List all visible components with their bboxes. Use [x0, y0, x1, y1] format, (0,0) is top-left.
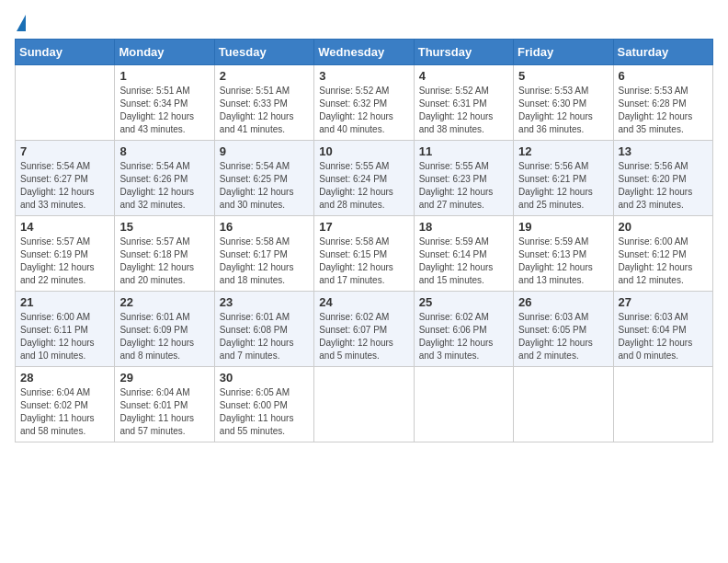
- day-cell-11: 11Sunrise: 5:55 AM Sunset: 6:23 PM Dayli…: [414, 141, 513, 216]
- day-info: Sunrise: 6:01 AM Sunset: 6:09 PM Dayligh…: [119, 311, 209, 362]
- day-cell-24: 24Sunrise: 6:02 AM Sunset: 6:07 PM Dayli…: [314, 292, 414, 367]
- day-cell-18: 18Sunrise: 5:59 AM Sunset: 6:14 PM Dayli…: [414, 216, 513, 292]
- day-cell-28: 28Sunrise: 6:04 AM Sunset: 6:02 PM Dayli…: [16, 367, 115, 442]
- day-cell-5: 5Sunrise: 5:53 AM Sunset: 6:30 PM Daylig…: [514, 65, 613, 141]
- calendar-header-row: SundayMondayTuesdayWednesdayThursdayFrid…: [16, 40, 713, 65]
- day-number: 4: [419, 69, 508, 83]
- day-info: Sunrise: 5:58 AM Sunset: 6:15 PM Dayligh…: [319, 236, 408, 287]
- day-number: 26: [518, 295, 608, 309]
- day-number: 16: [220, 220, 309, 234]
- empty-cell: [613, 367, 712, 442]
- day-number: 30: [220, 371, 309, 385]
- day-cell-6: 6Sunrise: 5:53 AM Sunset: 6:28 PM Daylig…: [613, 65, 712, 141]
- day-number: 27: [619, 295, 708, 309]
- day-number: 21: [20, 295, 109, 309]
- day-cell-10: 10Sunrise: 5:55 AM Sunset: 6:24 PM Dayli…: [314, 141, 414, 216]
- day-number: 28: [20, 371, 109, 385]
- day-number: 14: [20, 220, 109, 234]
- day-number: 20: [619, 220, 708, 234]
- day-cell-17: 17Sunrise: 5:58 AM Sunset: 6:15 PM Dayli…: [314, 216, 414, 292]
- week-row-4: 21Sunrise: 6:00 AM Sunset: 6:11 PM Dayli…: [16, 292, 713, 367]
- day-info: Sunrise: 5:59 AM Sunset: 6:14 PM Dayligh…: [419, 236, 508, 287]
- day-number: 6: [619, 69, 708, 83]
- day-cell-3: 3Sunrise: 5:52 AM Sunset: 6:32 PM Daylig…: [314, 65, 414, 141]
- day-number: 11: [419, 144, 508, 158]
- day-info: Sunrise: 5:59 AM Sunset: 6:13 PM Dayligh…: [518, 236, 608, 287]
- day-number: 3: [319, 69, 408, 83]
- day-cell-2: 2Sunrise: 5:51 AM Sunset: 6:33 PM Daylig…: [214, 65, 313, 141]
- empty-cell: [514, 367, 613, 442]
- day-info: Sunrise: 5:58 AM Sunset: 6:17 PM Dayligh…: [220, 236, 309, 287]
- day-cell-1: 1Sunrise: 5:51 AM Sunset: 6:34 PM Daylig…: [115, 65, 214, 141]
- day-info: Sunrise: 5:52 AM Sunset: 6:31 PM Dayligh…: [419, 85, 508, 136]
- day-number: 23: [220, 295, 309, 309]
- day-info: Sunrise: 6:00 AM Sunset: 6:11 PM Dayligh…: [20, 311, 109, 362]
- week-row-2: 7Sunrise: 5:54 AM Sunset: 6:27 PM Daylig…: [16, 141, 713, 216]
- day-cell-4: 4Sunrise: 5:52 AM Sunset: 6:31 PM Daylig…: [414, 65, 513, 141]
- empty-cell: [16, 65, 115, 141]
- logo: [15, 15, 26, 29]
- day-number: 1: [119, 69, 209, 83]
- logo-icon: [17, 15, 26, 31]
- day-cell-25: 25Sunrise: 6:02 AM Sunset: 6:06 PM Dayli…: [414, 292, 513, 367]
- day-info: Sunrise: 5:57 AM Sunset: 6:19 PM Dayligh…: [20, 236, 109, 287]
- day-info: Sunrise: 5:54 AM Sunset: 6:27 PM Dayligh…: [20, 160, 109, 212]
- day-info: Sunrise: 5:53 AM Sunset: 6:28 PM Dayligh…: [619, 85, 708, 136]
- day-cell-19: 19Sunrise: 5:59 AM Sunset: 6:13 PM Dayli…: [514, 216, 613, 292]
- day-number: 7: [20, 144, 109, 158]
- day-number: 10: [319, 144, 408, 158]
- day-number: 22: [119, 295, 209, 309]
- day-info: Sunrise: 5:56 AM Sunset: 6:21 PM Dayligh…: [518, 160, 608, 212]
- day-header-tuesday: Tuesday: [214, 40, 313, 65]
- day-cell-20: 20Sunrise: 6:00 AM Sunset: 6:12 PM Dayli…: [613, 216, 712, 292]
- day-cell-9: 9Sunrise: 5:54 AM Sunset: 6:25 PM Daylig…: [214, 141, 313, 216]
- day-info: Sunrise: 6:04 AM Sunset: 6:02 PM Dayligh…: [20, 386, 109, 438]
- day-number: 19: [518, 220, 608, 234]
- day-info: Sunrise: 6:00 AM Sunset: 6:12 PM Dayligh…: [619, 236, 708, 287]
- day-info: Sunrise: 5:51 AM Sunset: 6:33 PM Dayligh…: [220, 85, 309, 136]
- day-info: Sunrise: 5:52 AM Sunset: 6:32 PM Dayligh…: [319, 85, 408, 136]
- day-info: Sunrise: 5:56 AM Sunset: 6:20 PM Dayligh…: [619, 160, 708, 212]
- day-cell-21: 21Sunrise: 6:00 AM Sunset: 6:11 PM Dayli…: [16, 292, 115, 367]
- day-cell-16: 16Sunrise: 5:58 AM Sunset: 6:17 PM Dayli…: [214, 216, 313, 292]
- day-header-thursday: Thursday: [414, 40, 513, 65]
- day-info: Sunrise: 5:55 AM Sunset: 6:24 PM Dayligh…: [319, 160, 408, 212]
- empty-cell: [314, 367, 414, 442]
- week-row-3: 14Sunrise: 5:57 AM Sunset: 6:19 PM Dayli…: [16, 216, 713, 292]
- day-number: 8: [119, 144, 209, 158]
- day-info: Sunrise: 6:03 AM Sunset: 6:04 PM Dayligh…: [619, 311, 708, 362]
- day-header-wednesday: Wednesday: [314, 40, 414, 65]
- day-number: 9: [220, 144, 309, 158]
- day-number: 24: [319, 295, 408, 309]
- day-cell-23: 23Sunrise: 6:01 AM Sunset: 6:08 PM Dayli…: [214, 292, 313, 367]
- day-cell-14: 14Sunrise: 5:57 AM Sunset: 6:19 PM Dayli…: [16, 216, 115, 292]
- day-info: Sunrise: 5:54 AM Sunset: 6:26 PM Dayligh…: [119, 160, 209, 212]
- day-info: Sunrise: 5:51 AM Sunset: 6:34 PM Dayligh…: [119, 85, 209, 136]
- week-row-1: 1Sunrise: 5:51 AM Sunset: 6:34 PM Daylig…: [16, 65, 713, 141]
- day-info: Sunrise: 6:02 AM Sunset: 6:07 PM Dayligh…: [319, 311, 408, 362]
- day-header-sunday: Sunday: [16, 40, 115, 65]
- day-cell-27: 27Sunrise: 6:03 AM Sunset: 6:04 PM Dayli…: [613, 292, 712, 367]
- day-number: 5: [518, 69, 608, 83]
- day-number: 2: [220, 69, 309, 83]
- day-info: Sunrise: 6:05 AM Sunset: 6:00 PM Dayligh…: [220, 386, 309, 438]
- day-number: 29: [119, 371, 209, 385]
- day-info: Sunrise: 5:57 AM Sunset: 6:18 PM Dayligh…: [119, 236, 209, 287]
- week-row-5: 28Sunrise: 6:04 AM Sunset: 6:02 PM Dayli…: [16, 367, 713, 442]
- day-info: Sunrise: 5:55 AM Sunset: 6:23 PM Dayligh…: [419, 160, 508, 212]
- day-info: Sunrise: 6:01 AM Sunset: 6:08 PM Dayligh…: [220, 311, 309, 362]
- day-cell-12: 12Sunrise: 5:56 AM Sunset: 6:21 PM Dayli…: [514, 141, 613, 216]
- day-number: 15: [119, 220, 209, 234]
- day-header-friday: Friday: [514, 40, 613, 65]
- day-cell-30: 30Sunrise: 6:05 AM Sunset: 6:00 PM Dayli…: [214, 367, 313, 442]
- day-cell-15: 15Sunrise: 5:57 AM Sunset: 6:18 PM Dayli…: [115, 216, 214, 292]
- day-header-saturday: Saturday: [613, 40, 712, 65]
- empty-cell: [414, 367, 513, 442]
- day-info: Sunrise: 6:04 AM Sunset: 6:01 PM Dayligh…: [119, 386, 209, 438]
- page-header: [15, 15, 713, 29]
- day-info: Sunrise: 5:54 AM Sunset: 6:25 PM Dayligh…: [220, 160, 309, 212]
- day-cell-29: 29Sunrise: 6:04 AM Sunset: 6:01 PM Dayli…: [115, 367, 214, 442]
- day-number: 13: [619, 144, 708, 158]
- day-cell-22: 22Sunrise: 6:01 AM Sunset: 6:09 PM Dayli…: [115, 292, 214, 367]
- day-number: 12: [518, 144, 608, 158]
